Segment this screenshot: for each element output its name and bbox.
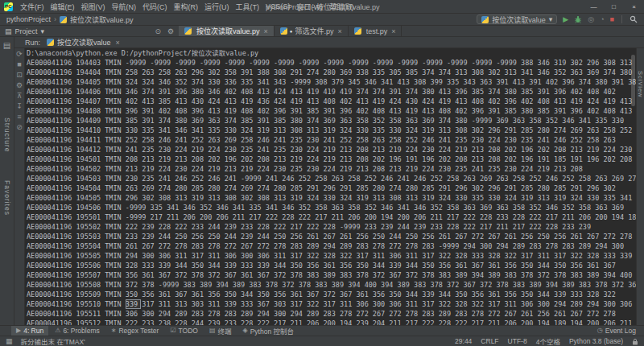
python-file-icon [184, 27, 192, 35]
toolwindow-terminal-button[interactable]: ▤ 终端 [204, 326, 237, 336]
favorites-stripe-button[interactable]: Favorites [3, 180, 11, 216]
console-line: AE000041196 195511 TMIN 306 300 294 289 … [27, 309, 636, 319]
readonly-lock-icon[interactable] [632, 338, 638, 345]
console-line: AE000041196 194410 TMIN 330 335 341 346 … [27, 126, 636, 135]
tab-label: 筛选文件.py [295, 26, 333, 36]
restore-layout-icon[interactable]: ⊡ [16, 72, 23, 79]
toolwindow-todo-label: TODO [179, 327, 198, 335]
editor-tab[interactable]: test.py × [349, 26, 402, 36]
menu-item[interactable]: 运行(U) [201, 2, 233, 12]
console-line: AE000041196 195507 TMIN 356 361 367 372 … [27, 270, 636, 280]
toolwindow-bar: ▶ 4: Run ⚠ 6: Problems ∗ Regex Tester ☑ … [0, 325, 644, 336]
run-body: ⟳ ■ ⊡ ⚙ ⊼ ↧ ≡ ⊘ D:\anaconda\python.exe D… [14, 48, 644, 325]
caret-position[interactable]: 29:44 [455, 337, 472, 345]
coverage-button[interactable]: ◎ [588, 16, 594, 23]
close-button[interactable]: × [624, 0, 644, 13]
clear-console-icon[interactable]: ⊘ [16, 124, 23, 131]
menu-item[interactable]: 编辑(E) [47, 2, 78, 12]
rerun-icon[interactable]: ⟳ [16, 51, 23, 58]
line-separator[interactable]: CRLF [481, 337, 498, 345]
toolwindow-python-console-label: Python 控制台 [250, 326, 294, 336]
search-icon [630, 15, 638, 23]
menu-item[interactable]: 代码(C) [139, 2, 171, 12]
modified-dot: ● [290, 29, 293, 34]
close-tab-icon[interactable]: × [337, 27, 341, 35]
breadcrumb-project[interactable]: pythonProject [6, 15, 51, 23]
toolwindow-terminal-label: 终端 [218, 326, 232, 336]
indent-style[interactable]: 4个空格 [536, 336, 560, 346]
console-line: AE000041196 194409 TMIN 385 391 374 380 … [27, 116, 636, 126]
clock-icon: ◷ [597, 327, 603, 334]
console-line: AE000041196 195504 TMIN 261 267 272 278 … [27, 241, 636, 251]
structure-stripe-button[interactable]: Structure [3, 117, 11, 153]
todo-icon: ☑ [170, 327, 175, 334]
close-tab-icon[interactable]: × [264, 27, 268, 35]
console-line: AE000041196 195510 TMIN 339 317 311 313 … [27, 299, 636, 309]
editor-tab[interactable]: 按位次读取value.py × [179, 26, 275, 36]
toolbar-separator [621, 15, 622, 23]
gear-icon[interactable]: ⚙ [16, 82, 23, 89]
toolwindow-eventlog-button[interactable]: ◷ Event Log [592, 326, 641, 336]
menu-item[interactable]: 视图(V) [78, 2, 109, 12]
run-tab[interactable]: 按位次读取value × [47, 37, 120, 47]
project-panel-title: Project [15, 27, 38, 35]
menu-item[interactable]: 重构(R) [171, 2, 202, 12]
project-stripe-button[interactable]: ▤ [3, 41, 10, 50]
toolwindow-todo-button[interactable]: ☑ TODO [165, 326, 203, 336]
toolwindow-switcher-icon[interactable]: ▦ [6, 337, 13, 345]
run-config-selector[interactable]: 按位次读取value ▾ [477, 14, 557, 24]
python-interpreter[interactable]: Python 3.8 (base) [569, 337, 623, 345]
project-panel-header[interactable]: ▤ Project ▾ ⊙ ⚙ [0, 26, 179, 36]
console-line: AE000041196 195508 TMIN 372 378 -9999 38… [27, 280, 636, 290]
status-message: 拆分输出末 在'TMAX' [21, 336, 85, 346]
run-tab-label: 按位次读取value [57, 37, 111, 47]
main-toolbar: pythonProject › 按位次读取value.py 按位次读取value… [0, 14, 644, 26]
search-everywhere-button[interactable] [630, 15, 638, 23]
run-console[interactable]: D:\anaconda\python.exe D:/pythonProject/… [25, 48, 636, 325]
status-bar: ▦ 拆分输出末 在'TMAX' 29:44 CRLF UTF-8 4个空格 Py… [0, 336, 644, 346]
stop-icon[interactable]: ■ [17, 61, 21, 68]
sciview-stripe-button[interactable]: SciView [637, 71, 644, 98]
breadcrumb-file[interactable]: 按位次读取value.py [70, 14, 134, 25]
locate-file-icon[interactable]: ⊙ [155, 27, 161, 35]
gear-icon[interactable]: ⚙ [167, 27, 174, 35]
console-scrollbar[interactable] [631, 55, 635, 106]
menu-item[interactable]: 导航(N) [109, 2, 140, 12]
tab-label: test.py [366, 27, 388, 35]
soft-wrap-icon[interactable]: ≡ [17, 113, 21, 121]
toolwindow-python-console-button[interactable]: ◈ Python 控制台 [238, 326, 299, 336]
console-line: AE000041196 194412 TMIN 241 235 230 224 … [27, 145, 636, 154]
close-tab-icon[interactable]: × [391, 27, 395, 35]
toolwindow-regex-button[interactable]: ∗ Regex Tester [106, 326, 164, 336]
left-toolwindow-stripe: ▤ Structure Favorites [0, 37, 14, 325]
console-line: AE000041196 194405 TMIN 324 324 346 352 … [27, 77, 636, 87]
console-line: AE000041196 194501 TMIN 208 213 219 213 … [27, 154, 636, 164]
minimize-button[interactable]: — [584, 0, 604, 13]
menu-item[interactable]: 工具(T) [233, 2, 263, 12]
toolwindow-problems-button[interactable]: ⚠ 6: Problems [50, 326, 105, 336]
toolwindow-run-button[interactable]: ▶ 4: Run [11, 326, 48, 336]
pin-tab-icon[interactable]: ⊼ [17, 93, 23, 100]
console-line: AE000041196 194503 TMIN 230 235 241 246 … [27, 174, 636, 183]
run-config-name: 按位次读取value [492, 14, 546, 25]
run-icon: ▶ [16, 327, 21, 334]
console-line: AE000041196 195505 TMIN 294 300 306 311 … [27, 251, 636, 261]
editor-tab[interactable]: ● 筛选文件.py × [275, 26, 349, 36]
chevron-right-icon: › [54, 15, 56, 23]
python-file-icon [354, 27, 361, 35]
maximize-button[interactable]: □ [604, 0, 624, 13]
project-header-icons: ⊙ ⚙ [155, 27, 174, 35]
stop-button[interactable]: ■ [610, 16, 614, 23]
console-line: AE000041196 194411 TMIN 252 258 246 241 … [27, 135, 636, 145]
scroll-to-end-icon[interactable]: ↧ [16, 103, 23, 110]
console-line: AE000041196 194505 TMIN 296 302 308 313 … [27, 193, 636, 203]
run-button[interactable]: ▶ [563, 16, 568, 23]
debug-button[interactable] [574, 15, 582, 23]
toolwindow-regex-label: Regex Tester [118, 327, 159, 335]
profiler-button[interactable]: ◔ [600, 16, 604, 23]
console-line: AE000041196 195503 TMIN 233 239 244 250 … [27, 232, 636, 241]
close-icon[interactable]: × [116, 39, 120, 47]
file-encoding[interactable]: UTF-8 [508, 337, 527, 345]
editor-tabs-row: ▤ Project ▾ ⊙ ⚙ 按位次读取value.py × ● 筛选文件.p… [0, 26, 644, 37]
menu-item[interactable]: 文件(F) [17, 2, 47, 12]
